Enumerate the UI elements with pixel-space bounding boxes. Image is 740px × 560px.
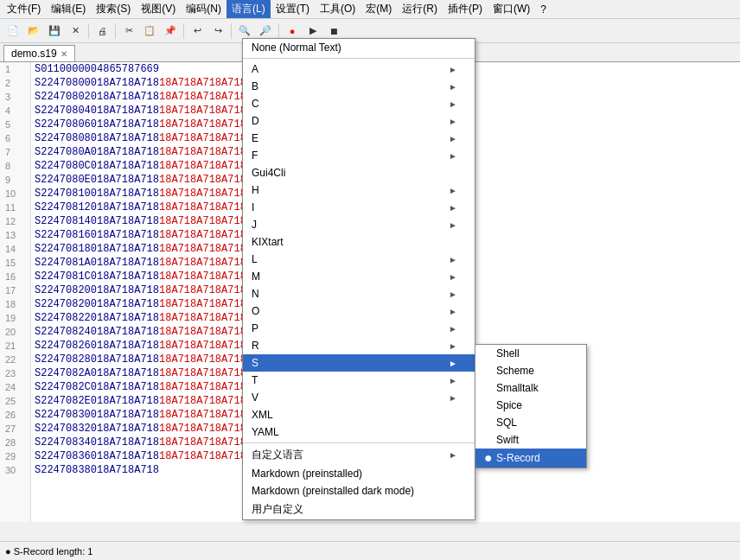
tab-close-icon[interactable]: ✕: [61, 49, 67, 59]
line-numbers: 1234567891011121314151617181920212223242…: [0, 62, 31, 522]
status-text: ● S-Record length: 1: [5, 546, 92, 557]
lang-p[interactable]: P►: [243, 320, 475, 337]
lang-gui4cli[interactable]: Gui4Cli: [243, 164, 475, 181]
line-number: 22: [5, 353, 25, 366]
menu-encoding[interactable]: 编码(N): [181, 0, 226, 18]
lang-i[interactable]: I►: [243, 199, 475, 216]
sub-swift[interactable]: Swift: [475, 431, 586, 449]
lang-user-define[interactable]: 用户自定义: [243, 500, 475, 519]
line-number: 5: [5, 118, 25, 131]
line-number: 30: [5, 463, 25, 477]
toolbar-paste[interactable]: 📌: [161, 22, 180, 41]
tab-demo[interactable]: demo.s19 ✕: [3, 45, 75, 61]
lang-yaml[interactable]: YAML: [243, 423, 475, 441]
line-number: 19: [5, 311, 25, 325]
lang-s[interactable]: S►: [243, 354, 475, 372]
toolbar-redo[interactable]: ↪: [208, 22, 227, 41]
s-record-bullet: ●: [484, 451, 491, 465]
lang-e[interactable]: E►: [243, 130, 475, 147]
lang-r[interactable]: R►: [243, 337, 475, 354]
lang-t[interactable]: T►: [243, 372, 475, 389]
language-dropdown: None (Normal Text) A► B► C► D► E► F► Gui…: [242, 38, 475, 520]
menu-tools[interactable]: 工具(O): [315, 0, 360, 18]
line-number: 12: [5, 214, 25, 228]
status-bar: ● S-Record length: 1: [0, 541, 740, 560]
line-number: 26: [5, 408, 25, 422]
line-number: 15: [5, 256, 25, 270]
lang-markdown2[interactable]: Markdown (preinstalled dark mode): [243, 482, 475, 500]
menu-file[interactable]: 文件(F): [2, 0, 46, 18]
lang-b[interactable]: B►: [243, 78, 475, 95]
line-number: 10: [5, 187, 25, 200]
toolbar-cut[interactable]: ✂: [119, 22, 138, 41]
lang-o[interactable]: O►: [243, 302, 475, 320]
line-number: 11: [5, 200, 25, 214]
lang-none[interactable]: None (Normal Text): [243, 39, 475, 56]
toolbar-save[interactable]: 💾: [45, 22, 64, 41]
line-number: 23: [5, 366, 25, 380]
sub-spice[interactable]: Spice: [475, 397, 586, 414]
toolbar-copy[interactable]: 📋: [140, 22, 159, 41]
toolbar-sep1: [88, 23, 89, 39]
toolbar-open[interactable]: 📂: [24, 22, 43, 41]
lang-d[interactable]: D►: [243, 112, 475, 130]
line-number: 27: [5, 422, 25, 436]
line-number: 2: [5, 76, 25, 90]
toolbar-print[interactable]: 🖨: [92, 22, 112, 41]
sub-sql[interactable]: SQL: [475, 414, 586, 431]
lang-kixtart[interactable]: KIXtart: [243, 233, 475, 251]
menu-bar: 文件(F) 编辑(E) 搜索(S) 视图(V) 编码(N) 语言(L) 设置(T…: [0, 0, 740, 19]
lang-xml[interactable]: XML: [243, 406, 475, 423]
lang-a[interactable]: A►: [243, 60, 475, 78]
lang-n[interactable]: N►: [243, 285, 475, 302]
menu-run[interactable]: 运行(R): [397, 0, 443, 18]
line-number: 29: [5, 449, 25, 463]
lang-f[interactable]: F►: [243, 147, 475, 164]
lang-h[interactable]: H►: [243, 181, 475, 199]
line-number: 4: [5, 104, 25, 118]
toolbar-undo[interactable]: ↩: [188, 22, 207, 41]
line-number: 17: [5, 283, 25, 297]
menu-search[interactable]: 搜索(S): [91, 0, 136, 18]
menu-settings[interactable]: 设置(T): [271, 0, 315, 18]
lang-v[interactable]: V►: [243, 389, 475, 406]
toolbar-sep3: [183, 23, 184, 39]
sub-shell[interactable]: Shell: [475, 345, 586, 362]
lang-l[interactable]: L►: [243, 251, 475, 268]
lang-j[interactable]: J►: [243, 216, 475, 233]
toolbar-sep5: [278, 23, 279, 39]
sub-smalltalk[interactable]: Smalltalk: [475, 379, 586, 397]
line-number: 6: [5, 131, 25, 145]
line-number: 7: [5, 145, 25, 159]
tab-label: demo.s19: [11, 48, 57, 60]
sub-s-record[interactable]: ● S-Record: [475, 449, 586, 468]
sub-scheme[interactable]: Scheme: [475, 362, 586, 379]
s-submenu: Shell Scheme Smalltalk Spice SQL Swift ●…: [475, 344, 587, 468]
menu-edit[interactable]: 编辑(E): [46, 0, 91, 18]
line-number: 25: [5, 394, 25, 408]
line-number: 8: [5, 159, 25, 173]
line-number: 20: [5, 325, 25, 339]
line-number: 1: [5, 62, 25, 76]
lang-m[interactable]: M►: [243, 268, 475, 285]
toolbar-sep4: [231, 23, 232, 39]
lang-markdown1[interactable]: Markdown (preinstalled): [243, 465, 475, 482]
line-number: 9: [5, 173, 25, 187]
lang-c[interactable]: C►: [243, 95, 475, 112]
menu-plugin[interactable]: 插件(P): [443, 0, 488, 18]
line-number: 16: [5, 270, 25, 283]
line-number: 3: [5, 90, 25, 104]
menu-view[interactable]: 视图(V): [136, 0, 181, 18]
menu-language[interactable]: 语言(L): [226, 0, 271, 18]
toolbar-new[interactable]: 📄: [3, 22, 22, 41]
line-number: 13: [5, 228, 25, 242]
toolbar-sep2: [115, 23, 116, 39]
lang-custom[interactable]: 自定义语言 ►: [243, 445, 475, 465]
menu-help[interactable]: ?: [535, 2, 552, 17]
toolbar-close[interactable]: ✕: [66, 22, 85, 41]
menu-window[interactable]: 窗口(W): [488, 0, 535, 18]
line-number: 14: [5, 242, 25, 256]
line-number: 28: [5, 436, 25, 449]
menu-macro[interactable]: 宏(M): [360, 0, 397, 18]
line-number: 18: [5, 297, 25, 311]
